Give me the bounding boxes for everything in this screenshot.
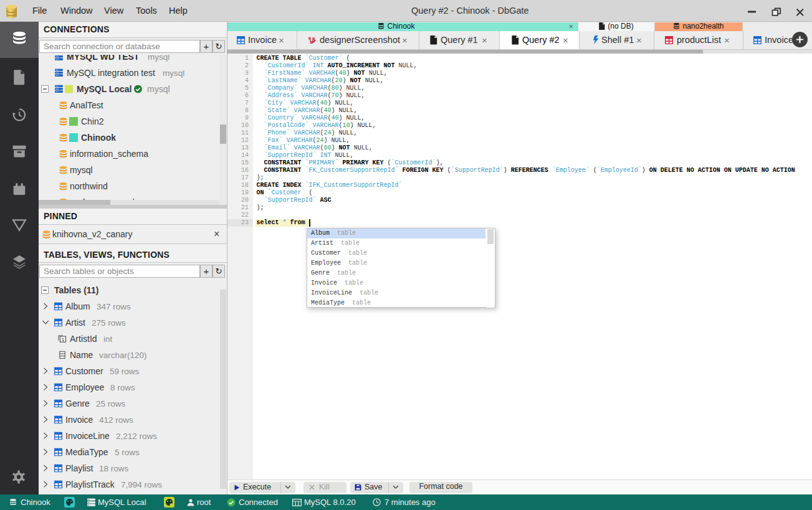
- svg-text:1: 1: [62, 337, 64, 342]
